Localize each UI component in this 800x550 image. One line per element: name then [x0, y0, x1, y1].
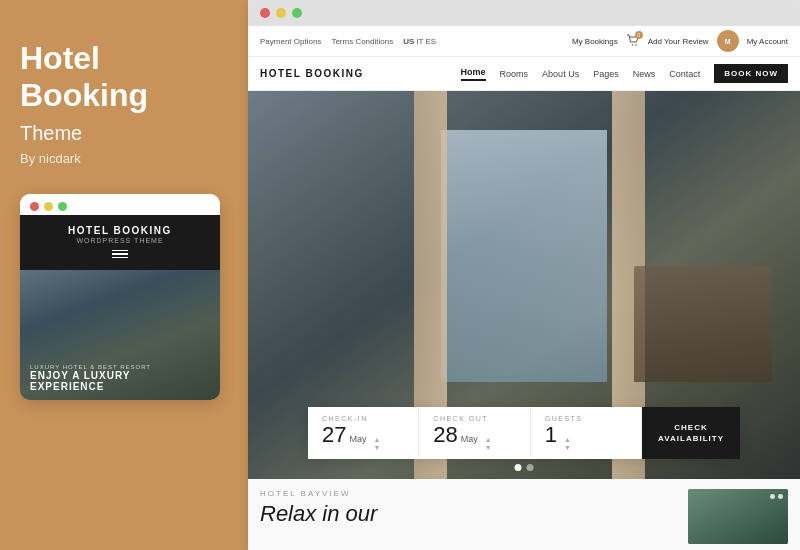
dot-yellow [44, 202, 53, 211]
book-now-button[interactable]: BOOK NOW [714, 64, 788, 83]
mobile-hero-image: LUXURY HOTEL & BEST RESORT ENJOY A LUXUR… [20, 270, 220, 400]
hotel-bayview-label: HOTEL BAYVIEW [260, 489, 672, 498]
guests-field[interactable]: GUESTS 1 ▲ ▼ [531, 407, 642, 459]
guests-label: GUESTS [545, 415, 627, 422]
user-avatar[interactable]: M [717, 30, 739, 52]
checkout-field[interactable]: CHECK OUT 28 May ▲ ▼ [419, 407, 530, 459]
hero-slide-dots [515, 464, 534, 471]
nav-home[interactable]: Home [461, 67, 486, 81]
mobile-hero-big: ENJOY A LUXURYEXPERIENCE [30, 370, 151, 392]
hero-bed [634, 266, 772, 382]
nav-rooms[interactable]: Rooms [500, 69, 529, 79]
checkin-day: 27 [322, 424, 346, 446]
nav-about[interactable]: About Us [542, 69, 579, 79]
cart-icon-wrap[interactable]: 0 [626, 34, 640, 48]
svg-point-0 [631, 44, 633, 46]
checkout-value: 28 May ▲ ▼ [433, 424, 515, 451]
user-account-label: My Account [747, 37, 788, 46]
hero-dot-1[interactable] [515, 464, 522, 471]
language-selector[interactable]: US IT ES [403, 37, 436, 46]
topbar-right: My Bookings 0 Add Your Review M My Accou… [572, 30, 788, 52]
left-panel: HotelBooking Theme By nicdark HOTEL BOOK… [0, 0, 248, 550]
checkin-value: 27 May ▲ ▼ [322, 424, 404, 451]
mobile-hero-text: LUXURY HOTEL & BEST RESORT ENJOY A LUXUR… [20, 356, 161, 400]
my-bookings-link[interactable]: My Bookings [572, 37, 618, 46]
checkin-down[interactable]: ▼ [374, 444, 381, 451]
mobile-preview-card: HOTEL BOOKING WORDPRESS THEME LUXURY HOT… [20, 194, 220, 401]
checkin-month: May [349, 434, 366, 444]
checkin-up[interactable]: ▲ [374, 436, 381, 443]
guests-down[interactable]: ▼ [564, 444, 571, 451]
hero-section: CHECK-IN 27 May ▲ ▼ CHECK OUT [248, 91, 800, 479]
checkout-arrows[interactable]: ▲ ▼ [485, 436, 492, 451]
guests-count: 1 [545, 424, 557, 446]
checkout-month: May [461, 434, 478, 444]
checkin-field[interactable]: CHECK-IN 27 May ▲ ▼ [308, 407, 419, 459]
mobile-logo: HOTEL BOOKING [68, 225, 172, 236]
browser-dot-red[interactable] [260, 8, 270, 18]
browser-dot-green[interactable] [292, 8, 302, 18]
checkout-label: CHECK OUT [433, 415, 515, 422]
author-label: By nicdark [20, 151, 228, 166]
lang-us[interactable]: US [403, 37, 414, 46]
thumb-dots [770, 494, 783, 499]
site-navbar: HOTEL BOOKING Home Rooms About Us Pages … [248, 57, 800, 91]
lang-es[interactable]: ES [425, 37, 436, 46]
checkin-arrows[interactable]: ▲ ▼ [374, 436, 381, 451]
booking-bar: CHECK-IN 27 May ▲ ▼ CHECK OUT [308, 407, 740, 459]
hamburger-icon[interactable] [112, 248, 128, 261]
cart-badge: 0 [635, 31, 643, 39]
mobile-topbar [20, 194, 220, 215]
svg-point-1 [635, 44, 637, 46]
payment-options-link[interactable]: Payment Options [260, 37, 321, 46]
browser-window: Payment Options Terms Conditions US IT E… [248, 0, 800, 550]
bottom-text: HOTEL BAYVIEW Relax in our [260, 489, 672, 526]
mobile-header: HOTEL BOOKING WORDPRESS THEME [20, 215, 220, 271]
checkout-up[interactable]: ▲ [485, 436, 492, 443]
check-avail-label: CHECKAVAILABILITY [658, 422, 724, 444]
website-content: Payment Options Terms Conditions US IT E… [248, 26, 800, 550]
nav-news[interactable]: News [633, 69, 656, 79]
lang-it[interactable]: IT [416, 37, 423, 46]
theme-label: Theme [20, 122, 228, 145]
terms-conditions-link[interactable]: Terms Conditions [331, 37, 393, 46]
site-topbar: Payment Options Terms Conditions US IT E… [248, 26, 800, 57]
dot-green [58, 202, 67, 211]
topbar-left: Payment Options Terms Conditions US IT E… [260, 37, 436, 46]
main-title: HotelBooking [20, 40, 228, 114]
browser-titlebar [248, 0, 800, 26]
thumb-dot-1 [770, 494, 775, 499]
hero-dot-2[interactable] [527, 464, 534, 471]
bottom-section: HOTEL BAYVIEW Relax in our [248, 479, 800, 550]
nav-links: Home Rooms About Us Pages News Contact B… [461, 64, 788, 83]
nav-pages[interactable]: Pages [593, 69, 619, 79]
checkin-label: CHECK-IN [322, 415, 404, 422]
hero-window [441, 130, 607, 382]
thumb-dot-2 [778, 494, 783, 499]
guests-up[interactable]: ▲ [564, 436, 571, 443]
add-review-link[interactable]: Add Your Review [648, 37, 709, 46]
browser-dot-yellow[interactable] [276, 8, 286, 18]
checkout-down[interactable]: ▼ [485, 444, 492, 451]
guests-value: 1 ▲ ▼ [545, 424, 627, 451]
guests-arrows[interactable]: ▲ ▼ [564, 436, 571, 451]
checkout-day: 28 [433, 424, 457, 446]
site-logo: HOTEL BOOKING [260, 68, 364, 79]
bottom-thumbnail [688, 489, 788, 544]
dot-red [30, 202, 39, 211]
right-panel: Payment Options Terms Conditions US IT E… [248, 0, 800, 550]
nav-contact[interactable]: Contact [669, 69, 700, 79]
check-availability-button[interactable]: CHECKAVAILABILITY [642, 407, 740, 459]
mobile-logo-sub: WORDPRESS THEME [76, 237, 163, 244]
relax-heading: Relax in our [260, 502, 672, 526]
